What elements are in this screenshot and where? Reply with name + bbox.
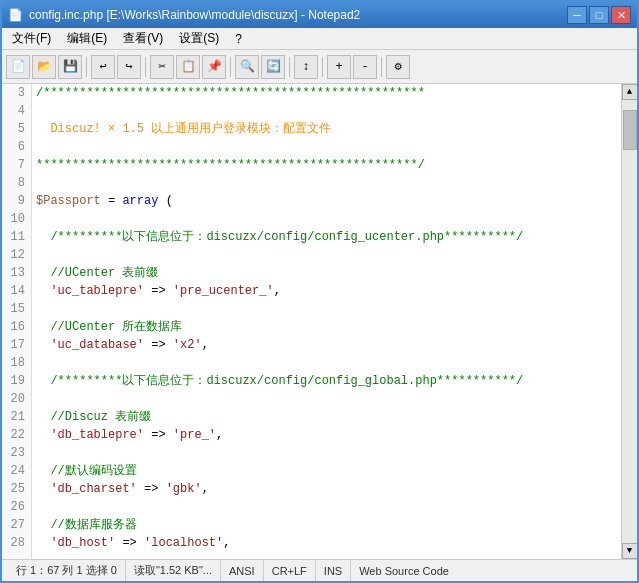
redo-button[interactable]: ↪ [117, 55, 141, 79]
line-num-22: 22 [8, 426, 25, 444]
menu-edit[interactable]: 编辑(E) [61, 29, 113, 48]
close-button[interactable]: ✕ [611, 6, 631, 24]
line-num-25: 25 [8, 480, 25, 498]
line-num-7: 7 [8, 156, 25, 174]
status-position: 行 1：67 列 1 选择 0 [8, 560, 126, 581]
code-line-25: 'db_charset' => 'gbk', [36, 480, 617, 498]
code-line-17: 'uc_database' => 'x2', [36, 336, 617, 354]
code-line-26 [36, 498, 617, 516]
code-line-20 [36, 390, 617, 408]
line-num-3: 3 [8, 84, 25, 102]
line-num-10: 10 [8, 210, 25, 228]
menu-settings[interactable]: 设置(S) [173, 29, 225, 48]
line-num-5: 5 [8, 120, 25, 138]
title-bar: 📄 config.inc.php [E:\Works\Rainbow\modul… [2, 2, 637, 28]
line-num-15: 15 [8, 300, 25, 318]
code-line-22: 'db_tablepre' => 'pre_', [36, 426, 617, 444]
line-num-20: 20 [8, 390, 25, 408]
line-num-18: 18 [8, 354, 25, 372]
code-line-5: Discuz! × 1.5 以上通用用户登录模块：配置文件 [36, 120, 617, 138]
window-title: config.inc.php [E:\Works\Rainbow\module\… [29, 8, 360, 22]
title-bar-left: 📄 config.inc.php [E:\Works\Rainbow\modul… [8, 8, 360, 22]
zoom-in-button[interactable]: + [327, 55, 351, 79]
code-line-16: //UCenter 所在数据库 [36, 318, 617, 336]
code-line-11: /*********以下信息位于：discuzx/config/config_u… [36, 228, 617, 246]
copy-button[interactable]: 📋 [176, 55, 200, 79]
code-line-10 [36, 210, 617, 228]
scroll-down-button[interactable]: ▼ [622, 543, 638, 559]
code-editor[interactable]: /***************************************… [32, 84, 621, 559]
toolbar-sep-3 [230, 57, 231, 77]
code-line-3: /***************************************… [36, 84, 617, 102]
line-num-26: 26 [8, 498, 25, 516]
line-num-23: 23 [8, 444, 25, 462]
scroll-up-button[interactable]: ▲ [622, 84, 638, 100]
menu-help[interactable]: ? [229, 31, 248, 47]
app-icon: 📄 [8, 8, 23, 22]
editor-area: 3 4 5 6 7 8 9 10 11 12 13 14 15 16 17 18… [2, 84, 637, 559]
scroll-thumb[interactable] [623, 110, 637, 150]
save-button[interactable]: 💾 [58, 55, 82, 79]
paste-button[interactable]: 📌 [202, 55, 226, 79]
status-insert: INS [316, 560, 351, 581]
code-line-15 [36, 300, 617, 318]
line-num-9: 9 [8, 192, 25, 210]
code-line-4 [36, 102, 617, 120]
line-num-21: 21 [8, 408, 25, 426]
new-button[interactable]: 📄 [6, 55, 30, 79]
code-line-13: //UCenter 表前缀 [36, 264, 617, 282]
line-num-19: 19 [8, 372, 25, 390]
code-line-12 [36, 246, 617, 264]
toolbar-sep-1 [86, 57, 87, 77]
settings-button[interactable]: ⚙ [386, 55, 410, 79]
toolbar: 📄 📂 💾 ↩ ↪ ✂ 📋 📌 🔍 🔄 ↕ + - ⚙ [2, 50, 637, 84]
status-charset: ANSI [221, 560, 264, 581]
code-line-21: //Discuz 表前缀 [36, 408, 617, 426]
code-line-23 [36, 444, 617, 462]
menu-view[interactable]: 查看(V) [117, 29, 169, 48]
find-button[interactable]: 🔍 [235, 55, 259, 79]
code-line-7: ****************************************… [36, 156, 617, 174]
line-num-14: 14 [8, 282, 25, 300]
main-window: 📄 config.inc.php [E:\Works\Rainbow\modul… [0, 0, 639, 583]
code-line-6 [36, 138, 617, 156]
code-line-28: 'db_host' => 'localhost', [36, 534, 617, 552]
line-num-16: 16 [8, 318, 25, 336]
code-line-9: $Passport = array ( [36, 192, 617, 210]
code-line-8 [36, 174, 617, 192]
line-num-27: 27 [8, 516, 25, 534]
line-num-11: 11 [8, 228, 25, 246]
replace-button[interactable]: 🔄 [261, 55, 285, 79]
status-source: Web Source Code [351, 560, 457, 581]
vertical-scrollbar[interactable]: ▲ ▼ [621, 84, 637, 559]
line-num-24: 24 [8, 462, 25, 480]
cut-button[interactable]: ✂ [150, 55, 174, 79]
scroll-track[interactable] [622, 100, 637, 543]
maximize-button[interactable]: □ [589, 6, 609, 24]
toolbar-sep-2 [145, 57, 146, 77]
line-num-6: 6 [8, 138, 25, 156]
code-line-24: //默认编码设置 [36, 462, 617, 480]
code-line-14: 'uc_tablepre' => 'pre_ucenter_', [36, 282, 617, 300]
open-button[interactable]: 📂 [32, 55, 56, 79]
menu-bar: 文件(F) 编辑(E) 查看(V) 设置(S) ? [2, 28, 637, 50]
status-bar: 行 1：67 列 1 选择 0 读取"1.52 KB"... ANSI CR+L… [2, 559, 637, 581]
toolbar-sep-4 [289, 57, 290, 77]
title-controls: ─ □ ✕ [567, 6, 631, 24]
line-num-13: 13 [8, 264, 25, 282]
menu-file[interactable]: 文件(F) [6, 29, 57, 48]
code-line-27: //数据库服务器 [36, 516, 617, 534]
status-line-ending: CR+LF [264, 560, 316, 581]
code-line-19: /*********以下信息位于：discuzx/config/config_g… [36, 372, 617, 390]
line-num-8: 8 [8, 174, 25, 192]
line-num-12: 12 [8, 246, 25, 264]
undo-button[interactable]: ↩ [91, 55, 115, 79]
line-numbers: 3 4 5 6 7 8 9 10 11 12 13 14 15 16 17 18… [2, 84, 32, 559]
status-encoding: 读取"1.52 KB"... [126, 560, 221, 581]
line-num-17: 17 [8, 336, 25, 354]
line-num-4: 4 [8, 102, 25, 120]
goto-button[interactable]: ↕ [294, 55, 318, 79]
minimize-button[interactable]: ─ [567, 6, 587, 24]
zoom-out-button[interactable]: - [353, 55, 377, 79]
line-num-28: 28 [8, 534, 25, 552]
